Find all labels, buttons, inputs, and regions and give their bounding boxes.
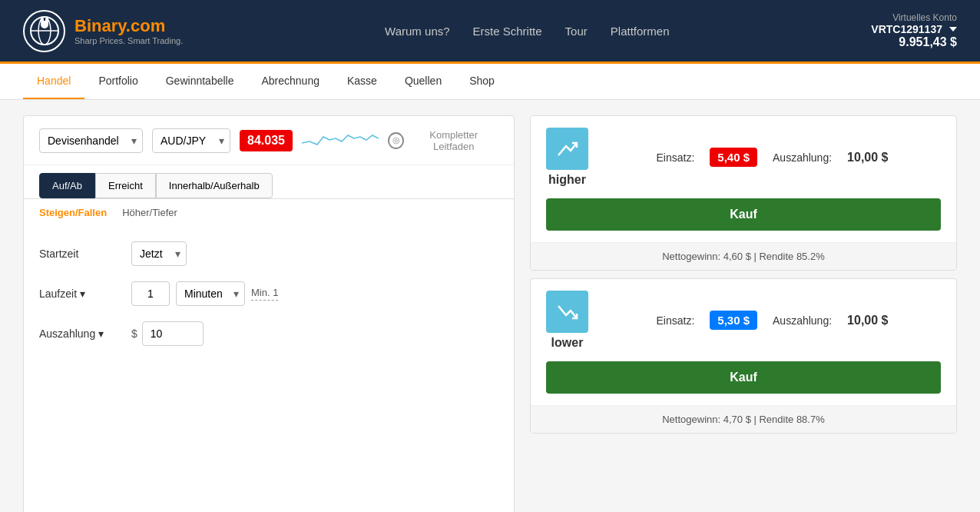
tab-innerhalb[interactable]: Innerhalb/Außerhalb — [156, 173, 273, 198]
top-controls: Devisenhandel ▾ AUD/JPY ▾ 84.035 ◎ Kompl… — [24, 116, 514, 165]
higher-card: higher Einsatz: 5,40 $ Auszahlung: 10,00… — [530, 115, 957, 271]
account-id[interactable]: VRTC1291137 — [871, 23, 957, 35]
account-id-text: VRTC1291137 — [871, 23, 942, 35]
higher-icon — [546, 128, 588, 170]
lower-einsatz-value: 5,30 $ — [710, 311, 757, 330]
higher-arrow-icon — [554, 135, 581, 163]
auszahlung-input[interactable] — [142, 321, 204, 346]
dollar-sign: $ — [131, 327, 137, 340]
trade-form: Startzeit Jetzt ▾ Laufzeit ▾ — [24, 226, 514, 377]
auszahlung-row: Auszahlung ▾ $ — [39, 321, 498, 346]
market-select[interactable]: Devisenhandel — [39, 128, 143, 153]
auszahlung-label: Auszahlung ▾ — [39, 327, 131, 340]
nav-warum-uns[interactable]: Warum uns? — [385, 25, 449, 38]
logo-name: Binary — [74, 16, 126, 35]
sub-nav-handel[interactable]: Handel — [23, 64, 84, 99]
higher-label: higher — [548, 173, 586, 187]
lower-card: lower Einsatz: 5,30 $ Auszahlung: 10,00 … — [530, 278, 957, 434]
pair-select-wrapper: AUD/JPY ▾ — [152, 128, 230, 153]
laufzeit-row: Laufzeit ▾ Minuten ▾ Min. 1 — [39, 281, 498, 306]
laufzeit-input[interactable] — [131, 281, 170, 306]
laufzeit-dropdown-icon[interactable]: ▾ — [80, 288, 85, 300]
pair-select[interactable]: AUD/JPY — [152, 128, 230, 153]
lower-icon — [546, 291, 588, 333]
laufzeit-min: Min. 1 — [251, 287, 278, 301]
higher-kauf-button[interactable]: Kauf — [546, 198, 941, 231]
tab-erreicht[interactable]: Erreicht — [95, 173, 156, 198]
main-content: Devisenhandel ▾ AUD/JPY ▾ 84.035 ◎ Kompl… — [0, 100, 980, 512]
nav-plattformen[interactable]: Plattformen — [611, 25, 670, 38]
higher-card-footer: Nettogewinn: 4,60 $ | Rendite 85.2% — [531, 242, 956, 270]
mini-chart — [302, 128, 379, 153]
svg-point-4 — [41, 17, 44, 25]
sub-tab-steigen[interactable]: Steigen/Fallen — [39, 207, 107, 218]
higher-auszahlung-label: Auszahlung: — [773, 151, 832, 164]
lower-card-icon-section: lower — [546, 291, 588, 350]
nav-erste-schritte[interactable]: Erste Schritte — [473, 25, 542, 38]
higher-auszahlung-value: 10,00 $ — [847, 151, 888, 165]
sub-nav-abrechnung[interactable]: Abrechnung — [247, 64, 333, 99]
sub-nav: Handel Portfolio Gewinntabelle Abrechnun… — [0, 64, 980, 100]
logo-area: Binary.com Sharp Prices. Smart Trading. — [23, 10, 183, 52]
logo-subtitle: Sharp Prices. Smart Trading. — [74, 36, 183, 45]
account-info: Virtuelles Konto VRTC1291137 9.951,43 $ — [871, 12, 957, 49]
laufzeit-unit-wrapper: Minuten ▾ — [176, 281, 245, 306]
higher-einsatz-value: 5,40 $ — [710, 148, 757, 167]
startzeit-select-wrapper: Jetzt ▾ — [131, 241, 187, 266]
account-label: Virtuelles Konto — [871, 12, 957, 23]
price-badge: 84.035 — [240, 130, 293, 151]
sub-nav-gewinntabelle[interactable]: Gewinntabelle — [152, 64, 248, 99]
laufzeit-label-text: Laufzeit — [39, 288, 77, 300]
sub-nav-shop[interactable]: Shop — [455, 64, 508, 99]
logo-text: Binary.com Sharp Prices. Smart Trading. — [74, 16, 183, 45]
payout-input: $ — [131, 321, 204, 346]
lower-card-actions: Kauf — [531, 361, 956, 405]
laufzeit-label: Laufzeit ▾ — [39, 288, 131, 300]
higher-einsatz-label: Einsatz: — [657, 151, 695, 164]
sub-nav-quellen[interactable]: Quellen — [391, 64, 455, 99]
account-dropdown-icon — [949, 27, 957, 32]
startzeit-label: Startzeit — [39, 248, 131, 260]
higher-card-top: higher Einsatz: 5,40 $ Auszahlung: 10,00… — [531, 116, 956, 198]
lower-einsatz-label: Einsatz: — [657, 314, 695, 327]
startzeit-select[interactable]: Jetzt — [131, 241, 187, 266]
svg-rect-6 — [554, 135, 581, 163]
tab-auf-ab[interactable]: Auf/Ab — [39, 173, 95, 198]
header: Binary.com Sharp Prices. Smart Trading. … — [0, 0, 980, 62]
logo-title: Binary.com — [74, 16, 183, 36]
logo-circle — [23, 10, 65, 52]
lower-label: lower — [551, 336, 584, 350]
compass-icon: ◎ — [388, 132, 404, 149]
trade-form-panel: Devisenhandel ▾ AUD/JPY ▾ 84.035 ◎ Kompl… — [23, 115, 515, 512]
higher-card-icon-section: higher — [546, 128, 588, 187]
nav-tour[interactable]: Tour — [565, 25, 588, 38]
sub-nav-portfolio[interactable]: Portfolio — [84, 64, 151, 99]
lower-auszahlung-value: 10,00 $ — [847, 314, 888, 327]
guide-button-label: Kompletter Leitfaden — [409, 129, 498, 152]
market-select-wrapper: Devisenhandel ▾ — [39, 128, 143, 153]
lower-card-footer: Nettogewinn: 4,70 $ | Rendite 88.7% — [531, 405, 956, 433]
account-balance: 9.951,43 $ — [871, 35, 957, 49]
right-panel: higher Einsatz: 5,40 $ Auszahlung: 10,00… — [530, 115, 957, 512]
higher-card-actions: Kauf — [531, 198, 956, 242]
sub-nav-kasse[interactable]: Kasse — [333, 64, 391, 99]
svg-rect-7 — [554, 298, 581, 326]
auszahlung-dropdown-icon[interactable]: ▾ — [98, 327, 104, 340]
lower-kauf-button[interactable]: Kauf — [546, 361, 941, 394]
sub-tab-hoeher[interactable]: Höher/Tiefer — [122, 207, 177, 218]
auszahlung-label-text: Auszahlung — [39, 327, 95, 340]
time-select: Minuten ▾ Min. 1 — [131, 281, 278, 306]
main-nav: Warum uns? Erste Schritte Tour Plattform… — [385, 25, 669, 38]
tabs-row: Auf/Ab Erreicht Innerhalb/Außerhalb — [24, 165, 514, 199]
svg-point-5 — [45, 17, 48, 25]
higher-trade-details: Einsatz: 5,40 $ Auszahlung: 10,00 $ — [604, 148, 941, 167]
lower-card-top: lower Einsatz: 5,30 $ Auszahlung: 10,00 … — [531, 279, 956, 361]
chart-svg — [302, 128, 379, 151]
guide-button[interactable]: ◎ Kompletter Leitfaden — [388, 129, 498, 152]
startzeit-row: Startzeit Jetzt ▾ — [39, 241, 498, 266]
lower-arrow-icon — [554, 298, 581, 326]
logo-com: .com — [126, 16, 165, 35]
lower-auszahlung-label: Auszahlung: — [773, 314, 832, 327]
laufzeit-unit-select[interactable]: Minuten — [176, 281, 245, 306]
lower-trade-details: Einsatz: 5,30 $ Auszahlung: 10,00 $ — [604, 311, 941, 330]
